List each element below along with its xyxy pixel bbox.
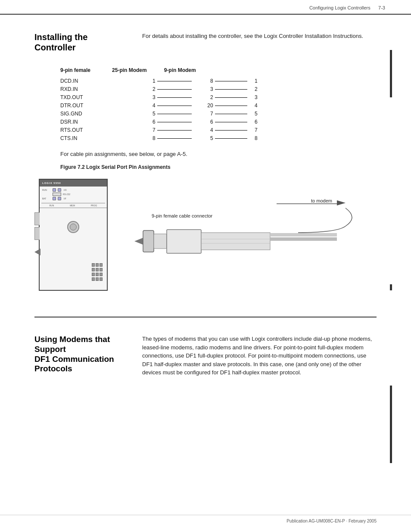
pin-assignments-table: 9-pin female 25-pin Modem 9-pin Modem DC… xyxy=(60,65,258,142)
pin-num-2: 20 xyxy=(205,101,213,109)
pin-num-2: 6 xyxy=(205,118,213,126)
table-row: TXD.OUT 3 2 3 xyxy=(60,93,258,101)
section2-left: Using Modems that Support DF1 Communicat… xyxy=(34,335,129,377)
pin-line-2 xyxy=(213,109,249,118)
pin-label: SIG.GND xyxy=(60,109,99,118)
pin-line-1 xyxy=(156,118,205,126)
svg-text:9-pin female cable connector: 9-pin female cable connector xyxy=(152,213,213,218)
section2-row: Using Modems that Support DF1 Communicat… xyxy=(34,335,377,377)
svg-rect-9 xyxy=(167,230,201,253)
section1-description: For details about installing the control… xyxy=(142,32,377,40)
footer-text: Publication AG-UM008C-EN-P · February 20… xyxy=(286,519,377,523)
arrow-left-controller xyxy=(34,248,43,258)
pin-table-wrapper: 9-pin female 25-pin Modem 9-pin Modem DC… xyxy=(34,65,377,142)
header-text: Configuring Logix Controllers 7-3 xyxy=(309,5,385,10)
pin-num-3: 8 xyxy=(249,134,258,142)
page-container: Configuring Logix Controllers 7-3 Instal… xyxy=(0,0,411,532)
pin-num-2: 2 xyxy=(205,93,213,101)
pin-line-2 xyxy=(213,134,249,142)
pin-label: DCD.IN xyxy=(60,77,99,85)
section2-right: The types of modems that you can use wit… xyxy=(142,335,377,377)
main-content: Installing the Controller For details ab… xyxy=(0,15,411,394)
svg-rect-7 xyxy=(143,230,154,252)
controller-label: LOGIX 5550 xyxy=(42,182,61,184)
pin-num-2: 7 xyxy=(205,109,213,118)
svg-rect-10 xyxy=(201,233,270,250)
pin-label: DSR.IN xyxy=(60,118,99,126)
pin-num-1: 4 xyxy=(99,101,156,109)
connector-svg: 9-pin female cable connector to modem xyxy=(116,174,377,295)
pin-label: RXD.IN xyxy=(60,85,99,93)
section1-row: Installing the Controller For details ab… xyxy=(34,32,377,53)
pin-num-1: 8 xyxy=(99,134,156,142)
pin-line-2 xyxy=(213,101,249,109)
pin-label: RTS.OUT xyxy=(60,126,99,134)
page-header: Configuring Logix Controllers 7-3 xyxy=(0,0,411,15)
pin-num-3: 1 xyxy=(249,77,258,85)
table-row: RTS.OUT 7 4 7 xyxy=(60,126,258,134)
diagram-area: LOGIX 5550 RUN I/O RS-232 xyxy=(34,174,377,295)
table-row: DTR.OUT 4 20 4 xyxy=(60,101,258,109)
pin-num-1: 6 xyxy=(99,118,156,126)
connector-diagram: 9-pin female cable connector to modem xyxy=(116,174,377,295)
figure-caption: Figure 7.2 Logix Serial Port Pin Assignm… xyxy=(60,164,377,170)
pin-num-3: 6 xyxy=(249,118,258,126)
pin-num-2: 3 xyxy=(205,85,213,93)
page-footer: Publication AG-UM008C-EN-P · February 20… xyxy=(0,515,411,523)
pin-num-2: 5 xyxy=(205,134,213,142)
pin-num-1: 1 xyxy=(99,77,156,85)
pin-num-3: 7 xyxy=(249,126,258,134)
pin-line-1 xyxy=(156,93,205,101)
svg-marker-3 xyxy=(337,200,346,205)
col3-header: 9-pin Modem xyxy=(156,65,205,77)
table-row: CTS.IN 8 5 8 xyxy=(60,134,258,142)
pin-line-2 xyxy=(213,118,249,126)
cable-note: For cable pin assignments, see below, or… xyxy=(60,151,377,157)
pin-label: DTR.OUT xyxy=(60,101,99,109)
pin-num-1: 2 xyxy=(99,85,156,93)
pin-num-2: 8 xyxy=(205,77,213,85)
section1-right: For details about installing the control… xyxy=(142,32,377,53)
pin-line-1 xyxy=(156,126,205,134)
pin-line-2 xyxy=(213,85,249,93)
pin-line-2 xyxy=(213,93,249,101)
svg-marker-0 xyxy=(34,249,40,255)
pin-num-1: 5 xyxy=(99,109,156,118)
pin-line-2 xyxy=(213,126,249,134)
pin-num-3: 3 xyxy=(249,93,258,101)
right-accent-bar-section2 xyxy=(390,284,392,290)
right-accent-bar-section1 xyxy=(390,50,392,91)
right-accent-bar-section3 xyxy=(390,386,392,463)
table-row: DSR.IN 6 6 6 xyxy=(60,118,258,126)
pin-label: TXD.OUT xyxy=(60,93,99,101)
table-row: RXD.IN 2 3 2 xyxy=(60,85,258,93)
pin-line-1 xyxy=(156,109,205,118)
svg-rect-8 xyxy=(154,234,167,249)
section2-description: The types of modems that you can use wit… xyxy=(142,335,377,377)
pin-num-3: 2 xyxy=(249,85,258,93)
col2-header: 25-pin Modem xyxy=(99,65,156,77)
col1-header: 9-pin female xyxy=(60,65,99,77)
pin-line-1 xyxy=(156,134,205,142)
table-row: SIG.GND 5 7 5 xyxy=(60,109,258,118)
pin-label: CTS.IN xyxy=(60,134,99,142)
pin-line-1 xyxy=(156,85,205,93)
pin-num-2: 4 xyxy=(205,126,213,134)
pin-num-1: 7 xyxy=(99,126,156,134)
svg-text:to modem: to modem xyxy=(311,198,332,203)
controller-illustration: LOGIX 5550 RUN I/O RS-232 xyxy=(39,179,108,291)
pin-line-1 xyxy=(156,77,205,85)
section1-left: Installing the Controller xyxy=(34,32,129,53)
pin-line-2 xyxy=(213,77,249,85)
svg-marker-6 xyxy=(134,238,143,245)
pin-num-1: 3 xyxy=(99,93,156,101)
section1-title: Installing the Controller xyxy=(34,32,129,53)
pin-num-3: 5 xyxy=(249,109,258,118)
pin-num-3: 4 xyxy=(249,101,258,109)
pin-line-1 xyxy=(156,101,205,109)
section2: Using Modems that Support DF1 Communicat… xyxy=(34,317,377,377)
section2-title: Using Modems that Support DF1 Communicat… xyxy=(34,335,129,374)
table-row: DCD.IN 1 8 1 xyxy=(60,77,258,85)
